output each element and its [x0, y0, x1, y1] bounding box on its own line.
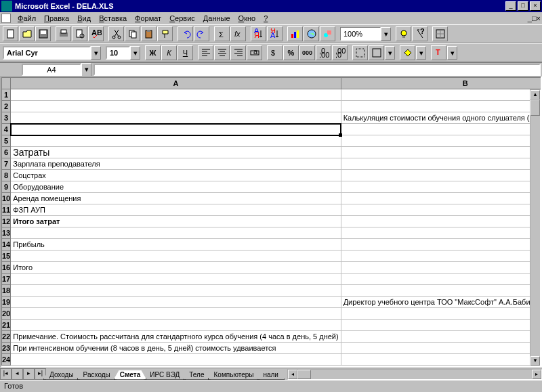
cut-button[interactable]	[108, 26, 124, 41]
menu-?[interactable]: ?	[259, 14, 272, 23]
row-header-20[interactable]: 20	[2, 308, 11, 320]
fill-color-dropdown-button[interactable]: ▾	[416, 46, 426, 60]
align-right-button[interactable]	[230, 45, 246, 60]
menu-сервис[interactable]: Сервис	[165, 14, 199, 23]
cell-A9[interactable]: Оборудование	[11, 181, 341, 193]
row-header-19[interactable]: 19	[2, 297, 11, 308]
cell-B8[interactable]	[341, 170, 542, 181]
cell-A17[interactable]	[11, 274, 341, 285]
tab-first-button[interactable]: |◂	[0, 368, 12, 380]
cell-B20[interactable]	[341, 308, 542, 320]
redo-button[interactable]	[194, 26, 209, 41]
cell-A12[interactable]: Итого затрат	[11, 216, 341, 227]
percent-button[interactable]: %	[283, 45, 299, 60]
row-header-13[interactable]: 13	[2, 227, 11, 239]
autosum-button[interactable]: Σ	[214, 26, 230, 41]
border-dropdown-button[interactable]: ▾	[385, 46, 395, 60]
copy-button[interactable]	[125, 26, 140, 41]
cell-B5[interactable]	[341, 135, 542, 147]
menu-файл[interactable]: Файл	[14, 14, 40, 23]
cell-A4[interactable]	[11, 124, 341, 135]
row-header-15[interactable]: 15	[2, 251, 11, 262]
open-button[interactable]	[19, 26, 35, 41]
help-button[interactable]: ?	[412, 26, 428, 41]
font-size-dropdown-button[interactable]: ▾	[130, 46, 140, 60]
cell-B22[interactable]	[341, 331, 542, 343]
cell-A21[interactable]	[11, 320, 341, 331]
row-header-5[interactable]: 5	[2, 135, 11, 147]
cell-B10[interactable]	[341, 193, 542, 204]
increase-indent-button[interactable]	[369, 45, 384, 60]
cell-B23[interactable]	[341, 343, 542, 354]
font-color-button[interactable]: T	[431, 45, 446, 60]
sheet-tab-нали[interactable]: нали	[257, 370, 285, 380]
maximize-button[interactable]: □	[518, 1, 528, 11]
cell-A19[interactable]	[11, 297, 341, 308]
cell-A7[interactable]: Зарплата преподавателя	[11, 158, 341, 170]
menu-вид[interactable]: Вид	[73, 14, 95, 23]
paste-button[interactable]	[141, 26, 157, 41]
scroll-up-button[interactable]: ▲	[530, 90, 540, 100]
col-header-A[interactable]: A	[11, 78, 341, 89]
row-header-6[interactable]: 6	[2, 147, 11, 158]
sheet-tab-ИРС ВЭД[interactable]: ИРС ВЭД	[144, 370, 186, 380]
scroll-left-button[interactable]: ◂	[288, 370, 297, 379]
vertical-scrollbar[interactable]: ▲ ▼	[530, 89, 541, 366]
currency-button[interactable]: $	[267, 45, 283, 60]
cell-B24[interactable]	[341, 354, 542, 366]
increase-decimal-button[interactable]: ,0,00	[316, 45, 331, 60]
cell-A13[interactable]	[11, 227, 341, 239]
sheet-tab-Смета[interactable]: Смета	[114, 370, 147, 380]
formula-input[interactable]	[93, 64, 541, 76]
map-button[interactable]	[304, 26, 319, 41]
cell-A22[interactable]: Примечание. Стоимость рассчитана для ста…	[11, 331, 341, 343]
document-icon[interactable]	[1, 14, 11, 23]
format-painter-button[interactable]	[157, 26, 173, 41]
cell-A15[interactable]	[11, 251, 341, 262]
name-box[interactable]: A4	[22, 64, 81, 76]
font-name-dropdown-button[interactable]: ▾	[91, 46, 101, 60]
tab-next-button[interactable]: ▸	[23, 368, 35, 380]
cell-A14[interactable]: Прибыль	[11, 239, 341, 251]
cell-A24[interactable]	[11, 354, 341, 366]
row-header-9[interactable]: 9	[2, 181, 11, 193]
row-header-8[interactable]: 8	[2, 170, 11, 181]
cell-B15[interactable]	[341, 251, 542, 262]
cell-A6[interactable]: Затраты	[11, 147, 341, 158]
row-header-16[interactable]: 16	[2, 262, 11, 274]
sheet-tab-Компьютеры[interactable]: Компьютеры	[208, 370, 260, 380]
cell-B4[interactable]	[341, 124, 542, 135]
select-all-corner[interactable]	[2, 78, 11, 89]
menu-вставка[interactable]: Вставка	[95, 14, 131, 23]
cell-B7[interactable]	[341, 158, 542, 170]
hscroll-thumb[interactable]	[297, 370, 311, 379]
comma-button[interactable]: 000	[299, 45, 315, 60]
sheet-tab-Расходы[interactable]: Расходы	[77, 370, 117, 380]
italic-button[interactable]: К	[161, 45, 177, 60]
row-header-1[interactable]: 1	[2, 89, 11, 101]
cell-B21[interactable]	[341, 320, 542, 331]
decrease-indent-button[interactable]	[352, 45, 368, 60]
row-header-12[interactable]: 12	[2, 216, 11, 227]
minimize-button[interactable]: _	[505, 1, 516, 11]
row-header-21[interactable]: 21	[2, 320, 11, 331]
cell-A18[interactable]	[11, 285, 341, 297]
drawing-button[interactable]	[320, 26, 335, 41]
sort-asc-button[interactable]: АЯ	[251, 26, 266, 41]
menu-формат[interactable]: Формат	[131, 14, 165, 23]
font-size-input[interactable]: 10	[106, 46, 130, 60]
cell-B14[interactable]	[341, 239, 542, 251]
menu-окно[interactable]: Окно	[234, 14, 260, 23]
save-button[interactable]	[35, 26, 51, 41]
close-button[interactable]: ×	[530, 1, 541, 11]
merge-center-button[interactable]: a	[247, 45, 262, 60]
cell-A16[interactable]: Итого	[11, 262, 341, 274]
cell-B12[interactable]	[341, 216, 542, 227]
chart-wizard-button[interactable]	[287, 26, 303, 41]
spreadsheet-grid[interactable]: ABCDEFGHIJKL1Учебный центр ТОО "МаксСофт…	[0, 76, 542, 368]
cell-B9[interactable]	[341, 181, 542, 193]
row-header-10[interactable]: 10	[2, 193, 11, 204]
row-header-7[interactable]: 7	[2, 158, 11, 170]
cell-A8[interactable]: Соцстрах	[11, 170, 341, 181]
underline-button[interactable]: Ч	[178, 45, 193, 60]
